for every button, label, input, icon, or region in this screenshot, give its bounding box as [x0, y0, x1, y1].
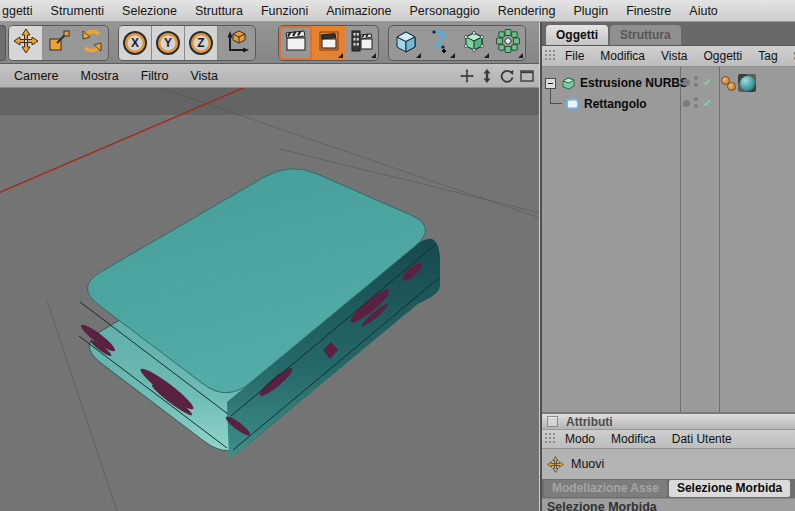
current-mode-row: Muovi: [542, 449, 795, 479]
main-menu-bar: ggetti Strumenti Selezione Struttura Fun…: [0, 0, 795, 22]
render-settings-button[interactable]: [345, 26, 378, 60]
layer-dot[interactable]: [683, 100, 690, 107]
viewport-menu-filtro[interactable]: Filtro: [130, 69, 180, 83]
viewport-zoom-icon[interactable]: [479, 69, 494, 84]
material-tag[interactable]: [738, 74, 756, 92]
render-settings-icon: [350, 29, 374, 57]
section-header: Selezione Morbida: [542, 498, 795, 511]
viewport-rotate-icon[interactable]: [499, 69, 514, 84]
column-divider: [719, 67, 720, 412]
enabled-check-icon[interactable]: ✓: [703, 76, 712, 89]
object-tree: Estrusione NURBS ✓ Rettang: [542, 67, 795, 413]
menu-item-strumenti[interactable]: Strumenti: [42, 4, 114, 18]
move-tool-button[interactable]: [9, 26, 42, 60]
object-manager-menu-bar: File Modifica Vista Oggetti Tag S: [542, 46, 795, 67]
object-creation-group: [388, 25, 526, 61]
menu-item-funzioni[interactable]: Funzioni: [252, 4, 317, 18]
phong-tag-icon[interactable]: [727, 82, 736, 91]
tab-selezione-morbida[interactable]: Selezione Morbida: [669, 480, 790, 497]
menu-item-finestre[interactable]: Finestre: [617, 4, 680, 18]
main-toolbar: X Y Z: [0, 22, 540, 64]
transform-tool-group: [8, 25, 109, 61]
cinema4d-window: ggetti Strumenti Selezione Struttura Fun…: [0, 0, 795, 511]
panel-grip-icon[interactable]: [544, 49, 559, 64]
menu-item-animazione[interactable]: Animazione: [317, 4, 400, 18]
render-visibility-dot[interactable]: [694, 83, 698, 87]
om-menu-oggetti[interactable]: Oggetti: [698, 49, 753, 63]
attribute-manager-title-bar: Attributi: [542, 413, 795, 430]
attribute-manager-title: Attributi: [566, 415, 613, 429]
menu-item-rendering[interactable]: Rendering: [489, 4, 565, 18]
rectangle-spline-icon: [565, 97, 580, 115]
tree-branch-line: [550, 88, 562, 104]
scale-icon: [47, 29, 71, 57]
y-axis-icon: Y: [156, 31, 180, 55]
om-menu-tag[interactable]: Tag: [752, 49, 787, 63]
am-menu-modifica[interactable]: Modifica: [605, 432, 666, 446]
menu-item-aiuto[interactable]: Aiuto: [680, 4, 727, 18]
menu-item-selezione[interactable]: Selezione: [113, 4, 186, 18]
object-manager-tabs: Oggetti Struttura: [542, 22, 795, 46]
menu-item-personaggio[interactable]: Personaggio: [401, 4, 489, 18]
om-menu-file[interactable]: File: [559, 49, 594, 63]
menu-item-plugin[interactable]: Plugin: [564, 4, 617, 18]
axis-lock-group: X Y Z: [118, 25, 256, 61]
render-view-button[interactable]: [279, 26, 312, 60]
coordinate-system-icon: [224, 28, 250, 58]
spline-button[interactable]: [423, 26, 457, 60]
tab-modellazione-asse[interactable]: Modellazione Asse: [544, 480, 667, 497]
render-picture-viewer-button[interactable]: [312, 26, 345, 60]
clipped-tool-icon[interactable]: [0, 25, 6, 61]
panel-grip-icon[interactable]: [544, 432, 559, 447]
viewport-menu-vista[interactable]: Vista: [179, 69, 229, 83]
tree-row-rettangolo[interactable]: Rettangolo ✓: [542, 94, 795, 114]
y-axis-letter: Y: [164, 36, 172, 50]
viewport-scene: [0, 88, 540, 511]
panel-checkbox[interactable]: [547, 416, 558, 427]
tab-struttura[interactable]: Struttura: [610, 25, 681, 45]
tab-oggetti[interactable]: Oggetti: [546, 25, 608, 45]
mode-label: Muovi: [571, 457, 604, 471]
z-axis-letter: Z: [197, 36, 204, 50]
section-title: Selezione Morbida: [547, 499, 795, 511]
enabled-check-icon[interactable]: ✓: [703, 97, 712, 110]
viewport-menu-camere[interactable]: Camere: [0, 69, 69, 83]
attribute-manager: Attributi Modo Modifica Dati Utente: [542, 413, 795, 511]
menu-item-oggetti[interactable]: ggetti: [0, 4, 42, 18]
viewport-menu-mostra[interactable]: Mostra: [69, 69, 129, 83]
om-menu-clipped[interactable]: S: [788, 49, 795, 63]
editor-visibility-dot[interactable]: [694, 76, 698, 80]
submenu-indicator: [416, 53, 421, 58]
viewport-maximize-icon[interactable]: [519, 69, 534, 84]
coordinate-system-button[interactable]: [218, 26, 255, 60]
render-visibility-dot[interactable]: [694, 104, 698, 108]
am-menu-dati-utente[interactable]: Dati Utente: [666, 432, 742, 446]
scale-tool-button[interactable]: [42, 26, 75, 60]
object-name[interactable]: Estrusione NURBS: [580, 76, 688, 90]
primitive-cube-button[interactable]: [389, 26, 423, 60]
z-axis-icon: Z: [189, 31, 213, 55]
layer-dot[interactable]: [683, 79, 690, 86]
lock-z-axis-button[interactable]: Z: [185, 26, 218, 60]
submenu-indicator: [338, 53, 343, 58]
om-menu-modifica[interactable]: Modifica: [594, 49, 655, 63]
rotate-tool-button[interactable]: [75, 26, 108, 60]
render-view-icon: [284, 29, 308, 57]
rotate-icon: [79, 28, 105, 58]
submenu-indicator: [450, 53, 455, 58]
3d-viewport[interactable]: [0, 88, 540, 511]
viewport-pan-icon[interactable]: [459, 69, 474, 84]
om-menu-vista[interactable]: Vista: [655, 49, 697, 63]
lock-y-axis-button[interactable]: Y: [152, 26, 185, 60]
attribute-tabs: Modellazione Asse Selezione Morbida Sett: [542, 479, 795, 498]
am-menu-modo[interactable]: Modo: [559, 432, 605, 446]
nurbs-button[interactable]: [457, 26, 491, 60]
modeling-objects-button[interactable]: [491, 26, 525, 60]
tree-row-estrusione-nurbs[interactable]: Estrusione NURBS ✓: [542, 73, 795, 93]
attribute-manager-menu-bar: Modo Modifica Dati Utente: [542, 430, 795, 449]
editor-visibility-dot[interactable]: [694, 97, 698, 101]
lock-x-axis-button[interactable]: X: [119, 26, 152, 60]
object-name[interactable]: Rettangolo: [584, 97, 647, 111]
menu-item-struttura[interactable]: Struttura: [186, 4, 252, 18]
viewport-menu-bar: Camere Mostra Filtro Vista: [0, 64, 540, 88]
